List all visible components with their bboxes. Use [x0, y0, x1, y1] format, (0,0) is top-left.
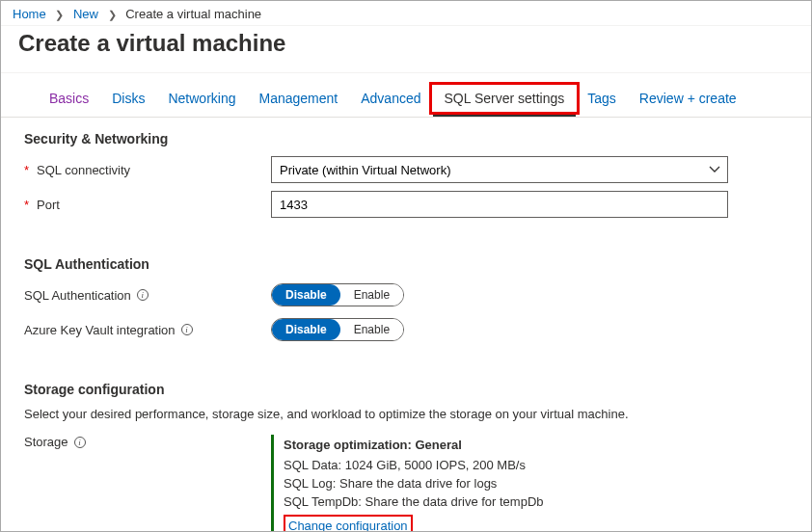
storage-optimization-title: Storage optimization: General — [284, 437, 728, 455]
storage-tempdb-line: SQL TempDb: Share the data drive for tem… — [284, 493, 728, 512]
toggle-disable[interactable]: Disable — [272, 319, 340, 340]
section-storage-configuration: Storage configuration — [24, 382, 788, 397]
toggle-key-vault-integration[interactable]: Disable Enable — [271, 318, 404, 341]
info-icon[interactable]: i — [74, 437, 86, 448]
toggle-disable[interactable]: Disable — [272, 284, 340, 306]
toggle-enable[interactable]: Enable — [340, 284, 403, 306]
label-storage: Storage i — [24, 435, 271, 449]
storage-data-line: SQL Data: 1024 GiB, 5000 IOPS, 200 MB/s — [284, 457, 728, 475]
tab-networking[interactable]: Networking — [156, 85, 247, 117]
input-port[interactable] — [271, 191, 728, 218]
info-icon[interactable]: i — [137, 289, 149, 301]
tab-disks[interactable]: Disks — [100, 85, 156, 117]
label-port: *Port — [24, 198, 271, 212]
highlight-box: Change configuration — [284, 515, 413, 532]
section-sql-authentication: SQL Authentication — [24, 256, 788, 272]
tabs: Basics Disks Networking Management Advan… — [1, 73, 811, 118]
info-icon[interactable]: i — [181, 324, 193, 335]
storage-log-line: SQL Log: Share the data drive for logs — [284, 475, 728, 493]
tab-review-create[interactable]: Review + create — [628, 85, 748, 117]
change-configuration-link[interactable]: Change configuration — [288, 519, 408, 532]
chevron-right-icon: ❯ — [108, 9, 117, 20]
storage-description: Select your desired performance, storage… — [24, 407, 788, 421]
toggle-sql-authentication[interactable]: Disable Enable — [271, 283, 404, 306]
tab-basics[interactable]: Basics — [38, 85, 100, 117]
breadcrumb-home[interactable]: Home — [13, 7, 46, 21]
breadcrumb-new[interactable]: New — [73, 7, 98, 21]
label-sql-authentication: SQL Authentication i — [24, 288, 271, 303]
tab-sql-server-settings[interactable]: SQL Server settings — [433, 85, 577, 117]
tab-advanced[interactable]: Advanced — [349, 85, 432, 117]
toggle-enable[interactable]: Enable — [340, 319, 403, 340]
label-sql-connectivity: *SQL connectivity — [24, 163, 271, 177]
chevron-right-icon: ❯ — [55, 9, 64, 20]
section-security-networking: Security & Networking — [24, 131, 788, 146]
tab-management[interactable]: Management — [248, 85, 350, 117]
page-title: Create a virtual machine — [1, 26, 811, 73]
label-key-vault-integration: Azure Key Vault integration i — [24, 323, 271, 337]
tab-tags[interactable]: Tags — [576, 85, 628, 117]
storage-summary-panel: Storage optimization: General SQL Data: … — [271, 435, 728, 532]
breadcrumb-current: Create a virtual machine — [125, 7, 261, 21]
select-sql-connectivity[interactable] — [271, 156, 728, 183]
breadcrumb: Home ❯ New ❯ Create a virtual machine — [1, 1, 811, 26]
